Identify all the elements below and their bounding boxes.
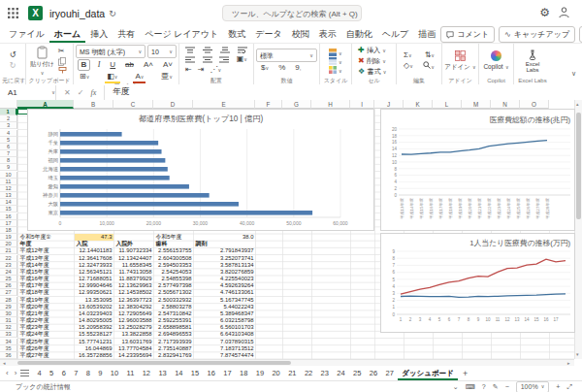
format-cells-button[interactable]: ❖ 書式 ∨ [356,67,388,77]
column-header-K[interactable]: K [404,100,433,109]
chart-total-medical-line[interactable]: 医療費総額の推移(兆円)02468101214161820平成13年度平成14年… [380,109,575,231]
row-header-33[interactable]: 33 [0,331,17,338]
format-painter-icon[interactable] [56,67,69,75]
row-header-1[interactable]: 1 [0,109,17,115]
cell-C33[interactable]: 13.3822858 [114,331,153,338]
sheet-tab-22[interactable]: 22 [301,367,317,380]
strikethrough-button[interactable]: ab [123,60,136,70]
sheet-grid[interactable]: ABCDEFGHIJKLMNO1234567891011121314151617… [0,100,582,359]
cell-E20[interactable]: 調剤 [194,241,255,247]
find-select-button[interactable]: ∨ [421,61,436,72]
align-center-button[interactable] [201,56,214,63]
column-header-H[interactable]: H [311,100,350,109]
formula-bar-value[interactable]: 年度 [105,86,129,98]
cell-B25[interactable]: 12.71688051 [75,276,113,282]
row-header-18[interactable]: 18 [0,227,17,234]
cell-E33[interactable]: 6.643103408 [194,331,255,338]
row-header-16[interactable]: 16 [0,213,17,220]
font-color-button[interactable]: A∨ [133,72,146,82]
format-as-table-button[interactable]: ∨ [327,57,344,65]
cell-E35[interactable]: 7.183713512 [194,345,255,352]
cell-D23[interactable]: 2.594503353 [154,262,193,269]
cell-A23[interactable]: 平成14年度 [18,262,74,269]
cell-C28[interactable]: 12.36397723 [114,297,153,304]
cell-D21[interactable]: 2.556153755 [154,247,193,254]
cell-A28[interactable]: 平成19年度 [18,297,74,304]
catch-up-button[interactable]: ∿ キャッチアップ [499,26,575,43]
menu-tab-共有[interactable]: 共有 [113,27,140,43]
cell-D34[interactable]: 2.717393939 [154,339,193,345]
sheet-tab-23[interactable]: 23 [316,367,333,380]
sheet-tab-4[interactable]: 4 [33,367,46,380]
column-header-C[interactable]: C [113,100,153,109]
insert-function-icon[interactable]: fx [90,88,96,97]
workbook-statistics-button[interactable]: ブックの統計情報 [0,382,71,392]
orientation-button[interactable]: ⋰∨ [208,65,223,75]
menu-tab-校閲[interactable]: 校閲 [287,27,314,43]
align-top-button[interactable] [183,47,197,53]
cell-D32[interactable]: 2.658898581 [154,324,193,331]
cell-D28[interactable]: 2.500332932 [154,297,193,304]
row-header-11[interactable]: 11 [0,179,17,185]
cell-D24[interactable]: 2.54254053 [154,269,193,276]
row-header-26[interactable]: 26 [0,282,17,289]
increase-indent-button[interactable]: ⇥ [196,65,207,75]
cell-B19[interactable]: 47.3 [75,234,113,241]
row-header-27[interactable]: 27 [0,289,17,296]
sheet-tab-26[interactable]: 26 [366,367,382,380]
conditional-formatting-button[interactable]: ∨ [327,49,344,56]
cell-E24[interactable]: 3.820276859 [194,269,255,276]
cell-D20[interactable]: 歯科 [154,241,193,247]
cell-C20[interactable]: 入院外 [114,241,153,247]
cell-E25[interactable]: 4.225540023 [194,276,255,282]
menu-tab-数式[interactable]: 数式 [223,27,250,43]
cell-D36[interactable]: 2.832941769 [154,352,193,359]
column-header-N[interactable]: N [491,100,520,109]
cell-B34[interactable]: 15.77741231 [75,339,113,345]
cell-D35[interactable]: 2.735140887 [154,345,193,352]
decrease-indent-button[interactable]: ⇤ [183,65,194,75]
grow-font-button[interactable]: A˄ [142,60,155,70]
sort-filter-button[interactable]: ⇅∨ [423,50,436,60]
scroll-down-arrow[interactable]: ▾ [576,351,579,357]
cell-E21[interactable]: 2.791843937 [194,247,255,254]
clear-button[interactable]: ◇∨ [402,61,415,71]
cell-B29[interactable]: 13.60539202 [75,304,113,310]
cell-B28[interactable]: 13.353095 [75,297,113,304]
cell-B20[interactable]: 入院 [75,241,113,247]
align-right-button[interactable] [217,56,231,63]
app-launcher-icon[interactable] [8,8,18,18]
cell-C24[interactable]: 11.74313058 [114,269,153,276]
row-header-21[interactable]: 21 [0,247,17,254]
cell-C31[interactable]: 12.96003588 [114,317,153,324]
column-header-B[interactable]: B [74,100,113,109]
row-header-7[interactable]: 7 [0,150,17,157]
cell-A21[interactable]: 平成12年度 [18,247,74,254]
cell-E19[interactable]: 38.0 [194,234,255,241]
cell-A30[interactable]: 平成21年度 [18,310,74,317]
sheet-tab-11[interactable]: 11 [122,367,138,380]
comments-button[interactable]: コメント [440,26,495,43]
cell-C34[interactable]: 13.6031769 [114,339,153,345]
workbook-title[interactable]: iryouhi_data [49,8,105,19]
cell-E23[interactable]: 3.587813134 [194,262,255,269]
search-input[interactable]: ツール、ヘルプなどの検索 (Alt + Q) [222,5,362,21]
fill-color-button[interactable]: ◧∨ [105,72,119,82]
cell-E34[interactable]: 7.037890315 [194,339,255,345]
cell-B24[interactable]: 12.56345121 [75,269,113,276]
column-header-F[interactable]: F [255,100,282,109]
column-header-G[interactable]: G [282,100,311,109]
row-header-20[interactable]: 20 [0,241,17,247]
cell-A32[interactable]: 平成23年度 [18,324,74,331]
row-header-6[interactable]: 6 [0,144,17,150]
cell-D26[interactable]: 2.577497398 [154,282,193,289]
cell-E26[interactable]: 4.592639264 [194,282,255,289]
menu-tab-挿入[interactable]: 挿入 [85,27,113,43]
account-avatar-icon[interactable] [558,6,570,18]
sheet-tab-9[interactable]: 9 [94,367,107,380]
cell-C32[interactable]: 13.25028279 [114,324,153,331]
zoom-level-select[interactable]: 100% ∨ [516,381,550,392]
cell-D27[interactable]: 2.505671302 [154,289,193,296]
phonetic-guide-button[interactable]: 亜∨ [159,72,175,82]
row-header-19[interactable]: 19 [0,234,17,241]
